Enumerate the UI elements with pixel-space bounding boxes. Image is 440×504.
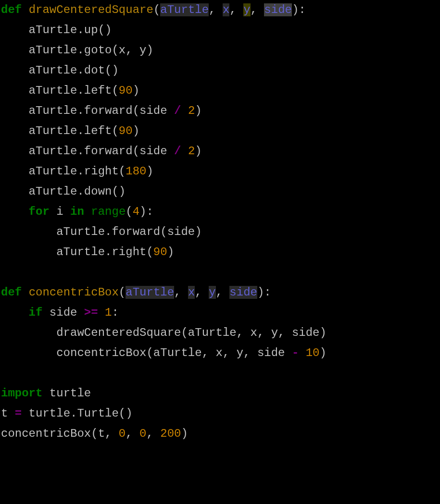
line-12: aTurtle.forward(side)	[1, 225, 202, 238]
line-11: for i in range(4):	[1, 205, 153, 218]
line-20: import turtle	[1, 387, 91, 400]
line-10: aTurtle.down()	[1, 185, 126, 198]
line-18: concentricBox(aTurtle, x, y, side - 10)	[1, 346, 327, 359]
code-block: def drawCenteredSquare(aTurtle, x, y, si…	[0, 0, 440, 444]
line-16: if side >= 1:	[1, 306, 119, 319]
line-17: drawCenteredSquare(aTurtle, x, y, side)	[1, 326, 327, 339]
line-1: def drawCenteredSquare(aTurtle, x, y, si…	[1, 3, 306, 16]
line-2: aTurtle.up()	[1, 24, 112, 37]
line-6: aTurtle.forward(side / 2)	[1, 104, 202, 117]
line-5: aTurtle.left(90)	[1, 84, 139, 97]
line-9: aTurtle.right(180)	[1, 165, 153, 178]
line-21: t = turtle.Turtle()	[1, 407, 133, 420]
line-15: def concentricBox(aTurtle, x, y, side):	[1, 286, 271, 299]
line-7: aTurtle.left(90)	[1, 124, 139, 137]
line-8: aTurtle.forward(side / 2)	[1, 145, 202, 158]
line-3: aTurtle.goto(x, y)	[1, 44, 153, 57]
line-22: concentricBox(t, 0, 0, 200)	[1, 427, 188, 440]
line-4: aTurtle.dot()	[1, 64, 119, 77]
line-13: aTurtle.right(90)	[1, 246, 174, 258]
